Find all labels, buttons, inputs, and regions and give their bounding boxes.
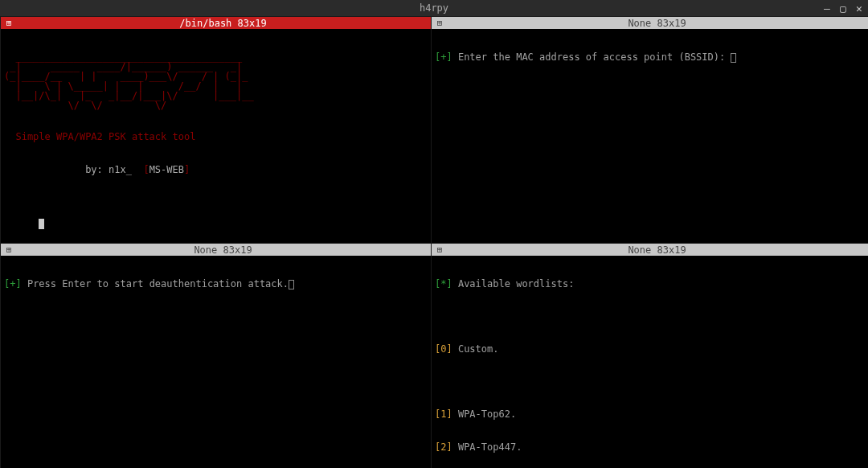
prompt-line: [+] Press Enter to start deauthenticatio… [4, 279, 428, 290]
ascii-art-logo: _______________________________________ … [4, 52, 428, 110]
pane-header-top-right: ⊞ None 83x19 [432, 17, 868, 29]
header-text: Available wordlists: [452, 278, 575, 289]
pane-body-top-right[interactable]: [+] Enter the MAC address of access poin… [432, 29, 868, 87]
split-icon: ⊞ [2, 18, 15, 28]
window-controls: — ▢ ✕ [821, 3, 865, 14]
pane-top-left[interactable]: ⊞ /bin/bash 83x19 ______________________… [0, 16, 431, 243]
pane-title: /bin/bash 83x19 [15, 18, 431, 29]
pane-header-top-left: ⊞ /bin/bash 83x19 [1, 17, 431, 29]
prompt-marker: [+] [435, 51, 452, 63]
byline-bracket-close: ] [184, 164, 190, 175]
blank-line [435, 312, 865, 323]
pane-title: None 83x19 [15, 244, 431, 256]
pane-body-bottom-left[interactable]: [+] Press Enter to start deauthenticatio… [1, 256, 431, 314]
pane-body-top-left[interactable]: _______________________________________ … [1, 29, 431, 242]
pane-bottom-left[interactable]: ⊞ None 83x19 [+] Press Enter to start de… [0, 243, 431, 468]
option-idx: [2] [435, 441, 452, 453]
pane-bottom-right[interactable]: ⊞ None 83x19 [*] Available wordlists: [0… [431, 243, 868, 468]
pane-body-bottom-right[interactable]: [*] Available wordlists: [0] Custom. [1]… [432, 256, 868, 468]
blank-line [4, 197, 428, 208]
option-line: [0] Custom. [435, 344, 865, 355]
cursor-icon [731, 53, 736, 63]
split-icon: ⊞ [433, 244, 446, 255]
pane-header-bottom-right: ⊞ None 83x19 [432, 244, 868, 256]
terminal-panes: ⊞ /bin/bash 83x19 ______________________… [0, 16, 868, 468]
header-line: [*] Available wordlists: [435, 279, 865, 290]
cursor-icon [289, 280, 294, 289]
close-button[interactable]: ✕ [854, 3, 865, 14]
pane-top-right[interactable]: ⊞ None 83x19 [+] Enter the MAC address o… [431, 16, 868, 243]
option-label: WPA-Top447. [452, 441, 522, 453]
prompt-text: Enter the MAC address of access point (B… [452, 51, 731, 63]
byline-bracket-open: [ [143, 164, 149, 175]
tagline-text: Simple WPA/WPA2 PSK attack tool [4, 132, 428, 143]
window-titlebar: h4rpy — ▢ ✕ [0, 0, 868, 16]
byline: by: n1x_ [MS-WEB] [4, 165, 428, 176]
byline-prefix: by: n1x_ [4, 164, 143, 175]
pane-title: None 83x19 [446, 18, 868, 29]
option-line: [2] WPA-Top447. [435, 442, 865, 454]
prompt-line: [+] Enter the MAC address of access poin… [435, 52, 865, 64]
option-idx: [1] [435, 408, 452, 420]
pane-title: None 83x19 [446, 244, 868, 256]
cursor-icon [39, 219, 44, 229]
option-label: Custom. [452, 343, 499, 355]
window-title: h4rpy [420, 2, 448, 14]
minimize-button[interactable]: — [821, 3, 833, 14]
maximize-button[interactable]: ▢ [837, 3, 849, 14]
pane-header-bottom-left: ⊞ None 83x19 [1, 244, 431, 256]
option-label: WPA-Top62. [452, 408, 516, 420]
prompt-marker: [+] [4, 278, 22, 289]
split-icon: ⊞ [433, 18, 446, 28]
option-idx: [0] [435, 343, 452, 355]
option-line: [1] WPA-Top62. [435, 409, 865, 421]
byline-text: MS-WEB [149, 164, 184, 175]
prompt-text: Press Enter to start deauthentication at… [22, 278, 289, 289]
split-icon: ⊞ [2, 244, 15, 255]
blank-line [435, 377, 865, 388]
header-marker: [*] [435, 278, 452, 289]
